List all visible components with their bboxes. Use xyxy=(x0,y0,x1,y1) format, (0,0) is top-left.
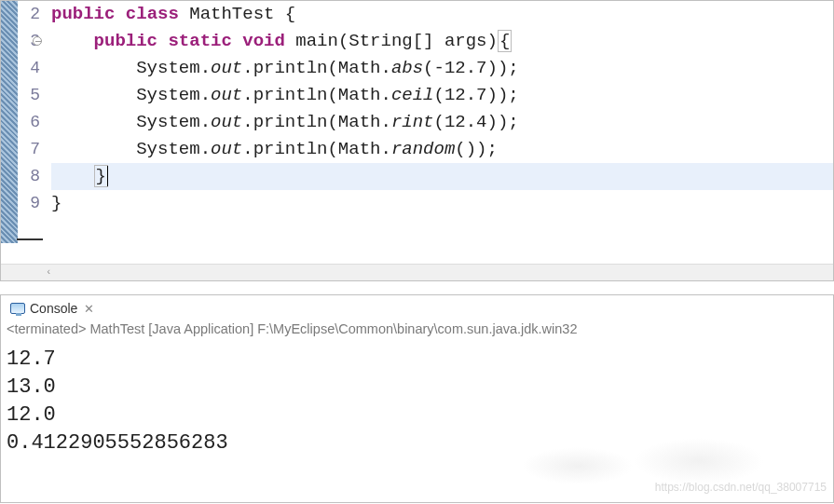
console-output-line: 13.0 xyxy=(7,374,827,402)
line-number: 8 xyxy=(18,163,40,190)
editor-gutter: 23456789 xyxy=(1,1,46,264)
console-tab-label: Console xyxy=(30,301,77,316)
line-number: 2 xyxy=(18,1,40,28)
console-output-line: 12.0 xyxy=(7,402,827,429)
line-number-column: 23456789 xyxy=(18,1,46,264)
ruler-strip xyxy=(1,1,18,243)
line-number: 3 xyxy=(18,28,40,55)
code-line[interactable]: } xyxy=(51,163,833,190)
code-line[interactable]: } xyxy=(51,190,833,217)
scroll-left-arrow-icon[interactable]: ‹ xyxy=(46,267,52,278)
code-editor-pane: 23456789 public class MathTest { public … xyxy=(0,0,834,281)
code-line[interactable]: System.out.println(Math.ceil(12.7)); xyxy=(51,82,833,109)
code-line[interactable]: public static void main(String[] args){ xyxy=(51,28,833,55)
code-text-area[interactable]: public class MathTest { public static vo… xyxy=(46,1,833,264)
line-number: 6 xyxy=(18,109,40,136)
console-output[interactable]: 12.713.012.00.4122905552856283 xyxy=(1,342,833,461)
gutter-underline xyxy=(17,238,43,240)
editor-body: 23456789 public class MathTest { public … xyxy=(1,1,833,264)
horizontal-scrollbar[interactable]: ‹ xyxy=(1,264,833,280)
console-process-info: <terminated> MathTest [Java Application]… xyxy=(1,318,833,342)
line-number: 7 xyxy=(18,136,40,163)
code-line[interactable]: System.out.println(Math.rint(12.4)); xyxy=(51,109,833,136)
code-line[interactable]: System.out.println(Math.abs(-12.7)); xyxy=(51,55,833,82)
code-line[interactable]: public class MathTest { xyxy=(51,1,833,28)
close-icon[interactable]: ✕ xyxy=(84,302,94,316)
override-marker-icon xyxy=(33,36,42,46)
console-output-line: 12.7 xyxy=(7,346,827,374)
line-number: 9 xyxy=(18,190,40,217)
console-tab[interactable]: Console ✕ xyxy=(7,299,98,318)
line-number: 5 xyxy=(18,82,40,109)
console-icon xyxy=(10,303,25,314)
line-number: 4 xyxy=(18,55,40,82)
console-output-line: 0.4122905552856283 xyxy=(7,429,827,457)
watermark-text: https://blog.csdn.net/qq_38007715 xyxy=(655,481,827,494)
console-pane: Console ✕ <terminated> MathTest [Java Ap… xyxy=(0,294,834,503)
console-tab-bar: Console ✕ xyxy=(1,295,833,318)
text-caret xyxy=(107,166,108,186)
code-line[interactable]: System.out.println(Math.random()); xyxy=(51,136,833,163)
